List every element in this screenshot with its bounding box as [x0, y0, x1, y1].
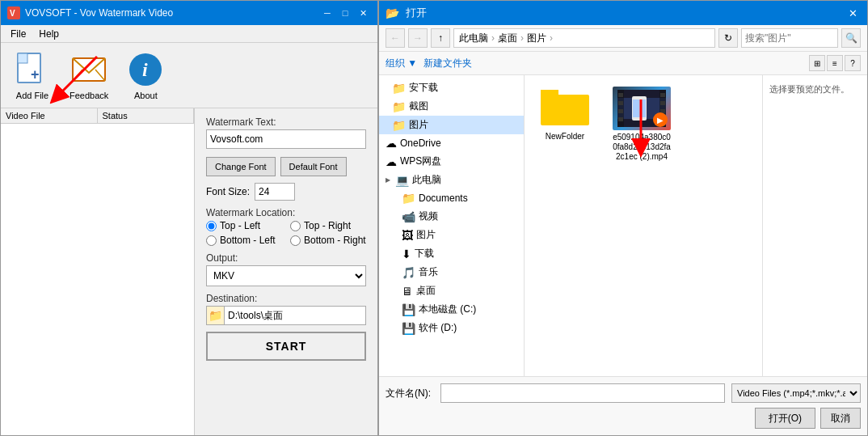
radio-top-left[interactable]: Top - Left — [206, 220, 282, 231]
column-headers: Video File Status — [1, 108, 194, 124]
nav-drive-d[interactable]: 💾 软件 (D:) — [379, 319, 524, 337]
files-area: NewFolder — [525, 75, 762, 376]
maximize-button[interactable]: □ — [337, 5, 353, 21]
output-select[interactable]: MKV MP4 AVI — [206, 265, 366, 286]
svg-rect-26 — [633, 99, 646, 117]
breadcrumb: 此电脑 › 桌面 › 图片 › — [453, 28, 715, 48]
open-button[interactable]: 打开(O) — [755, 408, 815, 429]
default-font-button[interactable]: Default Font — [280, 157, 347, 176]
filename-input[interactable] — [440, 383, 725, 403]
menu-help[interactable]: Help — [32, 27, 65, 41]
svg-text:i: i — [142, 59, 148, 80]
cancel-button[interactable]: 取消 — [820, 408, 861, 429]
svg-rect-20 — [618, 117, 623, 121]
svg-text:+: + — [31, 66, 40, 83]
start-button[interactable]: START — [206, 332, 366, 361]
dialog-title: 打开 — [406, 6, 845, 20]
dialog-close-button[interactable]: ✕ — [845, 5, 861, 21]
left-nav-pane: 📁 安下载 📁 截图 📁 图片 ☁ OneDrive ☁ WPS网盘 ▶ 💻 — [379, 75, 525, 376]
location-label: Watermark Location: — [206, 207, 366, 218]
svg-rect-18 — [618, 101, 623, 105]
location-radio-group: Top - Left Top - Right Bottom - Left — [206, 220, 366, 246]
watermark-text-input[interactable] — [206, 129, 366, 149]
settings-panel: Watermark Text: Change Font Default Font… — [195, 108, 377, 435]
nav-drive-c[interactable]: 💾 本地磁盘 (C:) — [379, 300, 524, 319]
dialog-bottom: 文件名(N): Video Files (*.mp4;*.mkv;*.av Al… — [379, 376, 867, 435]
font-size-row: Font Size: — [206, 183, 366, 201]
menu-bar: File Help — [1, 25, 377, 43]
nav-pictures2[interactable]: 🖼 图片 — [379, 226, 524, 244]
close-button[interactable]: ✕ — [355, 5, 371, 21]
nav-wps[interactable]: ☁ WPS网盘 — [379, 152, 524, 171]
svg-rect-12 — [541, 90, 558, 98]
organize-button[interactable]: 组织 ▼ — [386, 57, 417, 70]
add-file-button[interactable]: + Add File — [7, 46, 57, 104]
svg-rect-19 — [618, 109, 623, 113]
refresh-button[interactable]: ↻ — [718, 28, 738, 48]
nav-downloads[interactable]: 📁 安下载 — [379, 78, 524, 97]
nav-screenshots[interactable]: 📁 截图 — [379, 97, 524, 116]
nav-onedrive[interactable]: ☁ OneDrive — [379, 134, 524, 152]
radio-bottom-left[interactable]: Bottom - Left — [206, 235, 282, 246]
content-area: Video File Status Watermark Text: Change… — [1, 108, 377, 435]
dialog-icon: 📂 — [386, 6, 399, 19]
breadcrumb-computer: 此电脑 — [459, 32, 488, 45]
about-button[interactable]: i About — [120, 46, 171, 104]
window-controls: ─ □ ✕ — [319, 5, 371, 21]
menu-file[interactable]: File — [4, 27, 32, 41]
feedback-icon — [70, 50, 108, 89]
radio-top-right[interactable]: Top - Right — [290, 220, 366, 231]
filename-row: 文件名(N): Video Files (*.mp4;*.mkv;*.av Al… — [386, 383, 861, 403]
destination-label: Destination: — [206, 293, 366, 304]
forward-button[interactable]: → — [408, 28, 428, 48]
file-item-newfolder[interactable]: NewFolder — [533, 83, 597, 165]
toolbar: + Add File Feedback — [1, 43, 377, 108]
feedback-label: Feedback — [70, 91, 108, 100]
nav-documents[interactable]: 📁 Documents — [379, 189, 524, 207]
back-button[interactable]: ← — [386, 28, 405, 48]
output-label: Output: — [206, 252, 366, 264]
app-icon: V — [7, 6, 20, 19]
svg-rect-17 — [618, 93, 623, 97]
filename-label: 文件名(N): — [386, 387, 434, 400]
filetype-select[interactable]: Video Files (*.mp4;*.mkv;*.av All Files … — [731, 383, 861, 403]
font-buttons: Change Font Default Font — [206, 157, 366, 176]
dialog-toolbar: 组织 ▼ 新建文件夹 ⊞ ≡ ? — [379, 52, 867, 75]
breadcrumb-pictures: 图片 — [527, 32, 546, 45]
about-icon: i — [126, 50, 165, 89]
minimize-button[interactable]: ─ — [319, 5, 335, 21]
dialog-content: 📁 安下载 📁 截图 📁 图片 ☁ OneDrive ☁ WPS网盘 ▶ 💻 — [379, 75, 867, 376]
title-bar: V VOVSOFT - Vov Watermark Video ─ □ ✕ — [1, 1, 377, 25]
destination-row: 📁 D:\tools\桌面 — [206, 306, 366, 325]
nav-downloads2[interactable]: ⬇ 下载 — [379, 244, 524, 263]
feedback-button[interactable]: Feedback — [64, 46, 114, 104]
nav-videos[interactable]: 📹 视频 — [379, 207, 524, 226]
app-title: VOVSOFT - Vov Watermark Video — [25, 7, 319, 19]
file-list-area[interactable] — [1, 124, 194, 435]
help-button[interactable]: ? — [845, 55, 861, 71]
nav-music[interactable]: 🎵 音乐 — [379, 263, 524, 281]
file-label-video: e509104a380c00fa8d2cb13d2fa2c1ec (2).mp4 — [613, 133, 671, 162]
nav-desktop[interactable]: 🖥 桌面 — [379, 281, 524, 300]
nav-pictures[interactable]: 📁 图片 — [379, 116, 524, 134]
destination-path: D:\tools\桌面 — [225, 309, 365, 323]
file-dialog: 📂 打开 ✕ ← → ↑ 此电脑 › 桌面 › 图片 › ↻ 🔍 组织 ▼ 新建… — [378, 0, 868, 436]
change-font-button[interactable]: Change Font — [206, 157, 276, 176]
view-buttons: ⊞ ≡ ? — [809, 55, 861, 71]
search-button[interactable]: 🔍 — [841, 28, 861, 48]
dialog-action-row: 打开(O) 取消 — [386, 408, 861, 429]
dialog-title-bar: 📂 打开 ✕ — [379, 1, 867, 25]
file-list: Video File Status — [1, 108, 195, 435]
view-icon-button[interactable]: ⊞ — [809, 55, 825, 71]
svg-rect-21 — [660, 93, 665, 97]
font-size-input[interactable] — [255, 183, 295, 201]
file-item-video[interactable]: ▶ e509104a380c00fa8d2cb13d2fa2c1ec (2).m… — [609, 83, 674, 165]
view-list-button[interactable]: ≡ — [827, 55, 843, 71]
font-size-label: Font Size: — [206, 186, 250, 197]
search-input[interactable] — [741, 28, 838, 48]
up-button[interactable]: ↑ — [431, 28, 450, 48]
radio-bottom-right[interactable]: Bottom - Right — [290, 235, 366, 246]
watermark-text-label: Watermark Text: — [206, 116, 366, 128]
nav-this-pc[interactable]: ▶ 💻 此电脑 — [379, 171, 524, 189]
new-folder-button[interactable]: 新建文件夹 — [423, 57, 472, 70]
